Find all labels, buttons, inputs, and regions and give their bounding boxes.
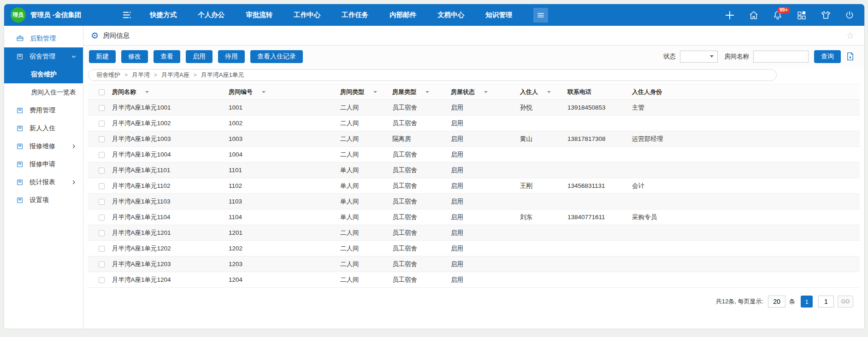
breadcrumb-item-2[interactable]: 月半湾 bbox=[132, 71, 150, 79]
edit-button[interactable]: 修改 bbox=[121, 50, 148, 63]
column-header-occupant[interactable]: 入住人 bbox=[514, 84, 562, 100]
new-button[interactable]: 新建 bbox=[89, 50, 116, 63]
table-row-3[interactable]: 月半湾A座1单元10031003二人间隔离房启用黄山13817817308运营部… bbox=[88, 131, 860, 147]
table-row-11[interactable]: 月半湾A座1单元12031203二人间员工宿舍启用 bbox=[88, 256, 860, 272]
table-row-2[interactable]: 月半湾A座1单元10021002二人间员工宿舍启用 bbox=[88, 116, 860, 131]
breadcrumb-item-4[interactable]: 月半湾A座1单元 bbox=[201, 71, 244, 79]
cell-phone bbox=[562, 147, 626, 163]
sidebar-item-2[interactable]: 宿舍管理 bbox=[4, 47, 83, 65]
favorite-star-icon[interactable]: ☆ bbox=[846, 31, 854, 40]
nav-item-6[interactable]: 内部邮件 bbox=[390, 11, 416, 19]
theme-button[interactable] bbox=[819, 9, 832, 22]
cell-room-type: 单人间 bbox=[335, 209, 387, 225]
search-button[interactable]: 查询 bbox=[814, 50, 841, 63]
table-row-5[interactable]: 月半湾A座1单元11011101单人间员工宿舍启用 bbox=[88, 163, 860, 178]
row-checkbox-cell bbox=[88, 163, 106, 178]
go-button[interactable]: GO bbox=[838, 296, 853, 308]
column-header-house-status[interactable]: 房屋状态 bbox=[445, 84, 514, 100]
notifications-button[interactable]: 99+ bbox=[771, 9, 784, 22]
cell-occupant-identity bbox=[626, 241, 860, 256]
nav-item-8[interactable]: 知识管理 bbox=[485, 11, 512, 19]
table-row-8[interactable]: 月半湾A座1单元11041104单人间员工宿舍启用刘东13840771611采购… bbox=[88, 209, 860, 225]
sidebar-item-10[interactable]: 设置项 bbox=[4, 191, 83, 209]
avatar[interactable]: 理员 bbox=[11, 7, 26, 23]
apps-button[interactable] bbox=[795, 9, 808, 22]
sidebar-item-4[interactable]: 房间入住一览表 bbox=[4, 83, 83, 101]
column-header-room-name[interactable]: 房间名称 bbox=[106, 84, 223, 100]
cell-occupant-identity bbox=[626, 194, 860, 209]
room-name-input[interactable] bbox=[753, 51, 809, 63]
row-checkbox[interactable] bbox=[99, 105, 105, 111]
page-size-input[interactable] bbox=[768, 296, 785, 308]
row-checkbox[interactable] bbox=[99, 168, 105, 174]
table-row-1[interactable]: 月半湾A座1单元10011001二人间员工宿舍启用孙悦13918450853主管 bbox=[88, 100, 860, 116]
sidebar-item-7[interactable]: 报修维修 bbox=[4, 137, 83, 155]
sidebar-item-1[interactable]: 后勤管理 bbox=[4, 29, 83, 47]
row-checkbox[interactable] bbox=[99, 261, 105, 267]
nav-item-2[interactable]: 个人办公 bbox=[198, 11, 224, 19]
table-row-4[interactable]: 月半湾A座1单元10041004二人间员工宿舍启用 bbox=[88, 147, 860, 163]
column-header-room-number[interactable]: 房间编号 bbox=[223, 84, 335, 100]
nav-item-7[interactable]: 文档中心 bbox=[437, 11, 464, 19]
table-row-10[interactable]: 月半湾A座1单元12021202二人间员工宿舍启用 bbox=[88, 241, 860, 256]
cell-occupant bbox=[514, 272, 562, 288]
view-checkin-records-button[interactable]: 查看入住记录 bbox=[250, 50, 303, 63]
breadcrumb-item-3[interactable]: 月半湾A座 bbox=[161, 71, 189, 79]
row-checkbox[interactable] bbox=[99, 246, 105, 252]
sidebar-item-6[interactable]: 新人入住 bbox=[4, 119, 83, 137]
cell-room-number: 1102 bbox=[223, 178, 335, 194]
row-checkbox[interactable] bbox=[99, 183, 105, 189]
breadcrumb-item-1[interactable]: 宿舍维护 bbox=[96, 71, 120, 79]
logout-button[interactable] bbox=[843, 9, 856, 22]
row-checkbox[interactable] bbox=[99, 277, 105, 283]
row-checkbox[interactable] bbox=[99, 152, 105, 158]
nav-more-button[interactable] bbox=[533, 8, 548, 23]
status-select[interactable] bbox=[680, 51, 718, 63]
current-page-button[interactable]: 1 bbox=[801, 296, 813, 308]
row-checkbox[interactable] bbox=[99, 136, 105, 142]
sidebar-item-3[interactable]: 宿舍维护 bbox=[4, 65, 83, 83]
add-shortcut-button[interactable] bbox=[723, 9, 736, 22]
table-row-6[interactable]: 月半湾A座1单元11021102单人间员工宿舍启用王刚13456831131会计 bbox=[88, 178, 860, 194]
page-size-unit: 条 bbox=[789, 297, 795, 306]
table-row-12[interactable]: 月半湾A座1单元12041204二人间员工宿舍启用 bbox=[88, 272, 860, 288]
disable-button[interactable]: 停用 bbox=[218, 50, 245, 63]
pagination: 共12条, 每页显示: 条 1 GO bbox=[83, 288, 864, 308]
row-checkbox[interactable] bbox=[99, 199, 105, 205]
nav-item-3[interactable]: 审批流转 bbox=[246, 11, 272, 19]
doc-icon bbox=[16, 53, 24, 60]
row-checkbox-cell bbox=[88, 194, 106, 209]
cell-occupant: 刘东 bbox=[514, 209, 562, 225]
cell-house-status: 启用 bbox=[445, 131, 514, 147]
export-button[interactable] bbox=[845, 52, 855, 61]
sidebar-item-label: 设置项 bbox=[30, 196, 49, 204]
view-button[interactable]: 查看 bbox=[154, 50, 180, 63]
select-all-checkbox[interactable] bbox=[99, 89, 105, 95]
menu-collapse-button[interactable] bbox=[122, 10, 132, 20]
row-checkbox[interactable] bbox=[99, 215, 105, 221]
export-doc-icon bbox=[845, 52, 855, 61]
breadcrumb-separator: > bbox=[194, 72, 197, 78]
row-checkbox[interactable] bbox=[99, 230, 105, 236]
table-row-7[interactable]: 月半湾A座1单元11031103单人间员工宿舍启用 bbox=[88, 194, 860, 209]
nav-item-1[interactable]: 快捷方式 bbox=[150, 11, 177, 19]
sidebar-item-8[interactable]: 报修申请 bbox=[4, 155, 83, 173]
cell-house-type: 员工宿舍 bbox=[387, 194, 445, 209]
home-button[interactable] bbox=[747, 9, 760, 22]
chevron-down-icon bbox=[710, 55, 714, 58]
cell-occupant: 孙悦 bbox=[514, 100, 562, 116]
cell-house-type: 员工宿舍 bbox=[387, 116, 445, 131]
table-wrap: 房间名称房间编号房间类型房屋类型房屋状态入住人联系电话入住人身份 月半湾A座1单… bbox=[83, 84, 864, 288]
goto-page-input[interactable] bbox=[818, 296, 834, 308]
nav-item-4[interactable]: 工作中心 bbox=[294, 11, 320, 19]
enable-button[interactable]: 启用 bbox=[186, 50, 213, 63]
column-header-house-type[interactable]: 房屋类型 bbox=[387, 84, 445, 100]
nav-item-5[interactable]: 工作任务 bbox=[342, 11, 368, 19]
column-header-room-type[interactable]: 房间类型 bbox=[335, 84, 387, 100]
sidebar-item-9[interactable]: 统计报表 bbox=[4, 173, 83, 191]
sidebar-item-label: 报修维修 bbox=[30, 142, 55, 151]
cell-room-number: 1003 bbox=[223, 131, 335, 147]
table-row-9[interactable]: 月半湾A座1单元12011201二人间员工宿舍启用 bbox=[88, 225, 860, 241]
sidebar-item-5[interactable]: 费用管理 bbox=[4, 101, 83, 119]
row-checkbox[interactable] bbox=[99, 121, 105, 127]
